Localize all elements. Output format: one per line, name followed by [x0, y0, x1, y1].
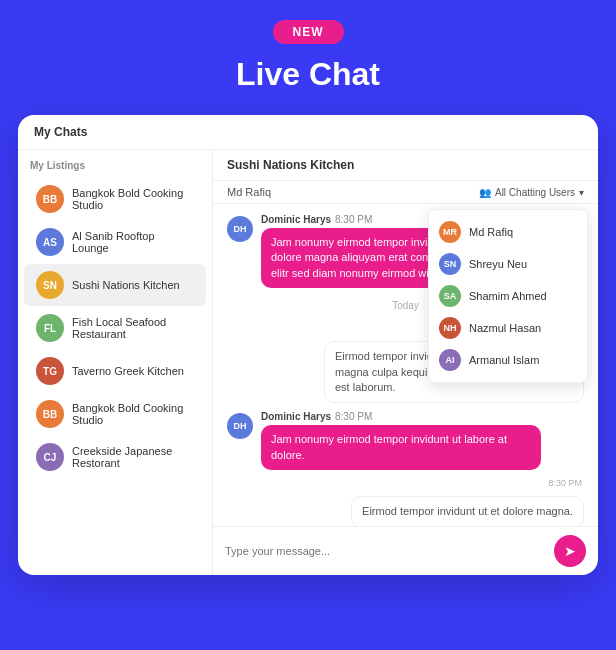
chevron-down-icon: ▾ — [579, 187, 584, 198]
dropdown-user[interactable]: NH Nazmul Hasan — [429, 312, 587, 344]
app-body: My Listings BB Bangkok Bold Cooking Stud… — [18, 150, 598, 575]
sidebar-avatar: FL — [36, 314, 64, 342]
msg-avatar: DH — [227, 413, 253, 439]
msg-sender: Dominic Harys — [261, 214, 331, 225]
sidebar-item-label: Taverno Greek Kitchen — [72, 365, 184, 377]
sidebar-item[interactable]: BB Bangkok Bold Cooking Studio — [24, 178, 206, 220]
msg-bubble: Jam nonumy eirmod tempor invidunt ut lab… — [261, 425, 541, 470]
sidebar-item-label: Bangkok Bold Cooking Studio — [72, 402, 194, 426]
dropdown-avatar: AI — [439, 349, 461, 371]
sidebar-avatar: CJ — [36, 443, 64, 471]
dropdown-user-name: Armanul Islam — [469, 354, 539, 366]
dropdown-user[interactable]: SA Shamim Ahmed — [429, 280, 587, 312]
chat-subheader: Md Rafiq 👥 All Chatting Users ▾ MR Md Ra… — [213, 181, 598, 204]
msg-content: Dominic Harys 8:30 PM Jam nonumy eirmod … — [261, 411, 541, 470]
dropdown-avatar: NH — [439, 317, 461, 339]
new-badge: NEW — [273, 20, 344, 44]
msg-sender: Dominic Harys — [261, 411, 331, 422]
dropdown-user-name: Md Rafiq — [469, 226, 513, 238]
sidebar-item-label: Sushi Nations Kitchen — [72, 279, 180, 291]
sidebar-item-label: Al Sanib Rooftop Lounge — [72, 230, 194, 254]
dropdown-user[interactable]: SN Shreyu Neu — [429, 248, 587, 280]
chat-header-name: Sushi Nations Kitchen — [227, 158, 584, 172]
message-row: DH Dominic Harys 8:30 PM Jam nonumy eirm… — [227, 411, 584, 470]
message-input[interactable] — [225, 545, 546, 557]
dropdown-user-name: Shreyu Neu — [469, 258, 527, 270]
chat-input-area: ➤ — [213, 526, 598, 575]
dropdown-user-name: Nazmul Hasan — [469, 322, 541, 334]
sidebar: My Listings BB Bangkok Bold Cooking Stud… — [18, 150, 213, 575]
msg-bubble-right: Eirmod tempor invidunt ut et dolore magn… — [351, 496, 584, 526]
sidebar-item-label: Creekside Japanese Restorant — [72, 445, 194, 469]
sidebar-item[interactable]: BB Bangkok Bold Cooking Studio — [24, 393, 206, 435]
msg-avatar: DH — [227, 216, 253, 242]
chat-app: My Chats My Listings BB Bangkok Bold Coo… — [18, 115, 598, 575]
msg-sender-time: Dominic Harys 8:30 PM — [261, 411, 541, 422]
all-chatting-button[interactable]: 👥 All Chatting Users ▾ — [479, 187, 584, 198]
sidebar-avatar: BB — [36, 185, 64, 213]
sidebar-item[interactable]: TG Taverno Greek Kitchen — [24, 350, 206, 392]
dropdown-user[interactable]: MR Md Rafiq — [429, 216, 587, 248]
dropdown-user-name: Shamim Ahmed — [469, 290, 547, 302]
chat-main: Sushi Nations Kitchen Md Rafiq 👥 All Cha… — [213, 150, 598, 575]
send-button[interactable]: ➤ — [554, 535, 586, 567]
sidebar-item[interactable]: AS Al Sanib Rooftop Lounge — [24, 221, 206, 263]
outer-container: NEW Live Chat My Chats My Listings BB Ba… — [18, 20, 598, 630]
page-title: Live Chat — [236, 56, 380, 93]
msg-time: 8:30 PM — [335, 411, 372, 422]
sidebar-avatar: SN — [36, 271, 64, 299]
all-chatting-label: All Chatting Users — [495, 187, 575, 198]
sidebar-item[interactable]: CJ Creekside Japanese Restorant — [24, 436, 206, 478]
sidebar-avatar: BB — [36, 400, 64, 428]
msg-time-right: 8:30 PM — [548, 478, 584, 488]
sidebar-avatar: TG — [36, 357, 64, 385]
dropdown-avatar: MR — [439, 221, 461, 243]
dropdown-avatar: SA — [439, 285, 461, 307]
sidebar-section-label: My Listings — [18, 150, 212, 177]
sidebar-item[interactable]: FL Fish Local Seafood Restaurant — [24, 307, 206, 349]
message-row-right: 8:30 PM Eirmod tempor invidunt ut et dol… — [227, 478, 584, 526]
sidebar-item-label: Bangkok Bold Cooking Studio — [72, 187, 194, 211]
users-icon: 👥 — [479, 187, 491, 198]
send-icon: ➤ — [564, 543, 576, 559]
users-dropdown: MR Md Rafiq SN Shreyu Neu SA Shamim Ahme… — [428, 209, 588, 383]
msg-time: 8:30 PM — [335, 214, 372, 225]
sidebar-item[interactable]: SN Sushi Nations Kitchen — [24, 264, 206, 306]
sidebar-item-label: Fish Local Seafood Restaurant — [72, 316, 194, 340]
sidebar-avatar: AS — [36, 228, 64, 256]
chat-header: Sushi Nations Kitchen — [213, 150, 598, 181]
dropdown-user[interactable]: AI Armanul Islam — [429, 344, 587, 376]
dropdown-avatar: SN — [439, 253, 461, 275]
app-header: My Chats — [18, 115, 598, 150]
chat-subname: Md Rafiq — [227, 186, 271, 198]
